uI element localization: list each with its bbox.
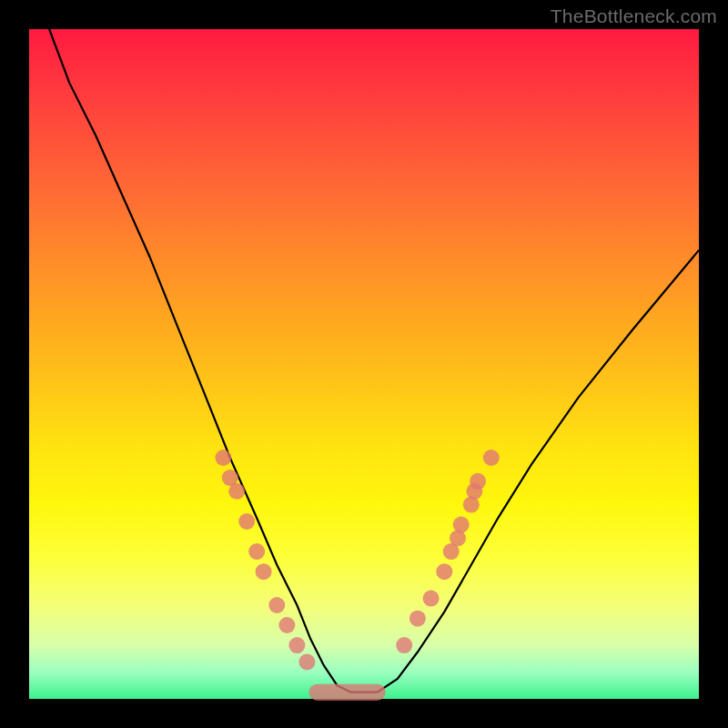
sample-dot [410,611,426,627]
sample-dot [256,563,272,580]
sample-dot [228,483,245,500]
bottleneck-curve [49,29,699,693]
sample-dot [238,513,255,530]
watermark-text: TheBottleneck.com [551,5,717,27]
sample-dot [298,654,315,671]
sample-dot [278,617,295,633]
bottleneck-curve-svg [29,29,699,699]
sample-dot [215,450,231,466]
sample-dot [396,637,412,653]
left-sample-dots [215,450,315,671]
chart-frame: TheBottleneck.com [0,0,728,728]
right-sample-dots [396,450,500,653]
sample-dot [483,450,500,466]
sample-dot [288,637,305,653]
sample-dot [436,563,452,580]
sample-dot [423,591,440,607]
plot-area [29,29,699,699]
sample-dot [248,543,265,560]
sample-dot [268,597,285,613]
sample-dot [453,517,470,533]
sample-dot [470,473,486,490]
